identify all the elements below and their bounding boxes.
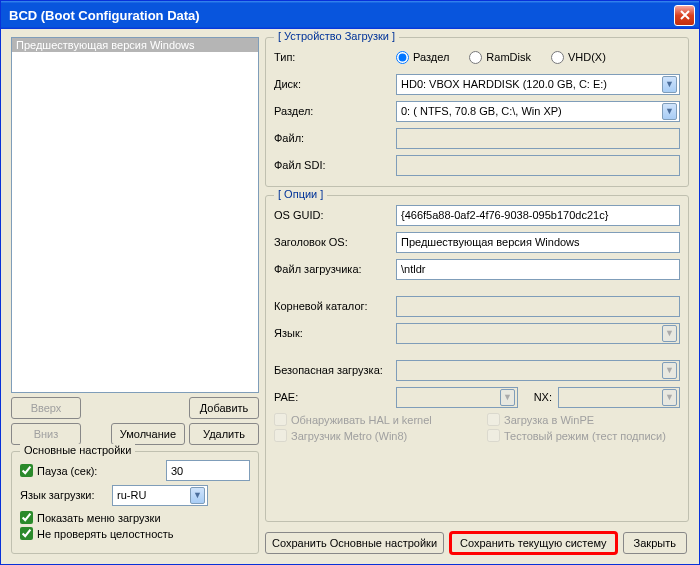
- boot-lang-value: ru-RU: [117, 489, 146, 501]
- file-input: [396, 128, 680, 149]
- disk-value: HD0: VBOX HARDDISK (120.0 GB, C: E:): [401, 78, 607, 90]
- save-current-button[interactable]: Сохранить текущую систему: [450, 532, 617, 554]
- ostitle-input[interactable]: [396, 232, 680, 253]
- partition-value: 0: ( NTFS, 70.8 GB, C:\, Win XP): [401, 105, 562, 117]
- boot-device-group: [ Устройство Загрузки ] Тип: Раздел RamD…: [265, 37, 689, 187]
- metro-label: Загрузчик Metro (Win8): [291, 430, 407, 442]
- list-item[interactable]: Предшествующая версия Windows: [12, 38, 258, 52]
- right-column: [ Устройство Загрузки ] Тип: Раздел RamD…: [265, 37, 689, 554]
- no-integrity-label: Не проверять целостность: [37, 528, 174, 540]
- type-partition-label: Раздел: [413, 51, 449, 63]
- loader-input[interactable]: [396, 259, 680, 280]
- close-icon[interactable]: [674, 5, 695, 26]
- up-button[interactable]: Вверх: [11, 397, 81, 419]
- default-button[interactable]: Умолчание: [111, 423, 185, 445]
- show-menu-label: Показать меню загрузки: [37, 512, 161, 524]
- root-input: [396, 296, 680, 317]
- main-settings-group: Основные настройки Пауза (сек): Язык заг…: [11, 451, 259, 554]
- partition-select[interactable]: 0: ( NTFS, 70.8 GB, C:\, Win XP) ▼: [396, 101, 680, 122]
- chevron-down-icon: ▼: [190, 487, 205, 504]
- type-ramdisk-label: RamDisk: [486, 51, 531, 63]
- disk-label: Диск:: [274, 78, 396, 90]
- pae-label: PAE:: [274, 391, 396, 403]
- disk-select[interactable]: HD0: VBOX HARDDISK (120.0 GB, C: E:) ▼: [396, 74, 680, 95]
- sdi-label: Файл SDI:: [274, 159, 396, 171]
- chevron-down-icon: ▼: [662, 103, 677, 120]
- safe-select: ▼: [396, 360, 680, 381]
- winpe-checkbox: [487, 413, 500, 426]
- guid-label: OS GUID:: [274, 209, 396, 221]
- boot-device-title: [ Устройство Загрузки ]: [274, 30, 399, 42]
- boot-lang-label: Язык загрузки:: [20, 489, 112, 501]
- type-label: Тип:: [274, 51, 396, 63]
- type-ramdisk-radio[interactable]: [469, 51, 482, 64]
- file-label: Файл:: [274, 132, 396, 144]
- delete-button[interactable]: Удалить: [189, 423, 259, 445]
- nx-select: ▼: [558, 387, 680, 408]
- close-button[interactable]: Закрыть: [623, 532, 687, 554]
- down-button[interactable]: Вниз: [11, 423, 81, 445]
- left-column: Предшествующая версия Windows Вверх Доба…: [11, 37, 259, 554]
- type-partition-radio[interactable]: [396, 51, 409, 64]
- testmode-label: Тестовый режим (тест подписи): [504, 430, 666, 442]
- add-button[interactable]: Добавить: [189, 397, 259, 419]
- options-title: [ Опции ]: [274, 188, 327, 200]
- window-body: Предшествующая версия Windows Вверх Доба…: [1, 29, 699, 564]
- pause-checkbox[interactable]: [20, 464, 33, 477]
- type-vhd-label: VHD(X): [568, 51, 606, 63]
- show-menu-checkbox[interactable]: [20, 511, 33, 524]
- chevron-down-icon: ▼: [662, 389, 677, 406]
- type-vhd-radio[interactable]: [551, 51, 564, 64]
- hal-checkbox: [274, 413, 287, 426]
- metro-checkbox: [274, 429, 287, 442]
- boot-lang-select[interactable]: ru-RU ▼: [112, 485, 208, 506]
- title-bar[interactable]: BCD (Boot Configuration Data): [1, 1, 699, 29]
- no-integrity-checkbox[interactable]: [20, 527, 33, 540]
- partition-label: Раздел:: [274, 105, 396, 117]
- main-settings-title: Основные настройки: [20, 444, 135, 456]
- optlang-select: ▼: [396, 323, 680, 344]
- os-listbox[interactable]: Предшествующая версия Windows: [11, 37, 259, 393]
- ostitle-label: Заголовок OS:: [274, 236, 396, 248]
- root-label: Корневой каталог:: [274, 300, 396, 312]
- winpe-label: Загрузка в WinPE: [504, 414, 594, 426]
- chevron-down-icon: ▼: [662, 76, 677, 93]
- bottom-button-row: Сохранить Основные настройки Сохранить т…: [265, 532, 689, 554]
- pause-input[interactable]: [166, 460, 250, 481]
- optlang-label: Язык:: [274, 327, 396, 339]
- save-main-button[interactable]: Сохранить Основные настройки: [265, 532, 444, 554]
- sdi-input: [396, 155, 680, 176]
- testmode-checkbox: [487, 429, 500, 442]
- loader-label: Файл загрузчика:: [274, 263, 396, 275]
- guid-input[interactable]: [396, 205, 680, 226]
- chevron-down-icon: ▼: [662, 362, 677, 379]
- pae-select: ▼: [396, 387, 518, 408]
- hal-label: Обнаруживать HAL и kernel: [291, 414, 432, 426]
- chevron-down-icon: ▼: [500, 389, 515, 406]
- chevron-down-icon: ▼: [662, 325, 677, 342]
- options-group: [ Опции ] OS GUID: Заголовок OS: Файл за…: [265, 195, 689, 522]
- pause-label: Пауза (сек):: [37, 465, 97, 477]
- safe-label: Безопасная загрузка:: [274, 364, 396, 376]
- main-window: BCD (Boot Configuration Data) Предшеству…: [0, 0, 700, 565]
- window-title: BCD (Boot Configuration Data): [9, 8, 674, 23]
- nx-label: NX:: [524, 391, 552, 403]
